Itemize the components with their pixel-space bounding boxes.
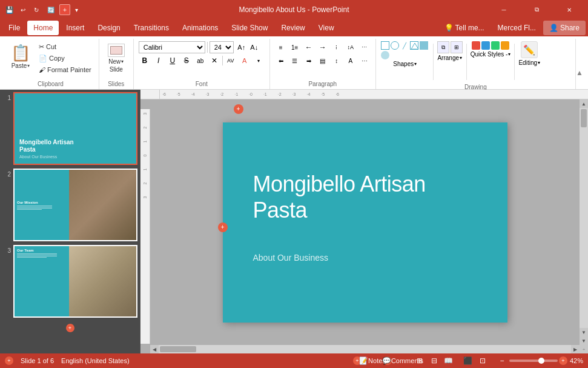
zoom-add-button[interactable]: + xyxy=(559,356,567,365)
menu-slide-show[interactable]: Slide Show xyxy=(225,21,274,35)
slide-preview-3[interactable]: Our Team xyxy=(13,245,137,318)
font-size-select[interactable]: 24 xyxy=(210,41,234,53)
align-left-button[interactable]: ⬅ xyxy=(275,55,287,67)
scroll-down-2-button[interactable]: ▼ xyxy=(580,336,588,345)
customize-quick-access-button[interactable]: + xyxy=(59,4,70,15)
menu-insert[interactable]: Insert xyxy=(60,21,90,35)
decrease-indent-button[interactable]: ← xyxy=(303,41,315,53)
slide-canvas[interactable]: + + Mongibello Artisan Pasta About Our B… xyxy=(223,122,507,323)
redo-button[interactable]: ↻ xyxy=(30,4,42,16)
minimize-button[interactable]: ─ xyxy=(490,1,518,18)
font-decrease-button[interactable]: A↓ xyxy=(248,41,260,53)
text-direction-button[interactable]: ↕A xyxy=(345,41,357,53)
slide-thumb-2[interactable]: 2 Our Mission xyxy=(2,169,137,241)
font-increase-button[interactable]: A↑ xyxy=(236,41,248,53)
slide-thumb-1[interactable]: 1 Mongibello ArtisanPasta About Our Busi… xyxy=(2,92,137,165)
quick-styles-button[interactable]: Quick Styles - ▾ xyxy=(471,51,511,58)
slide-preview-2[interactable]: Our Mission xyxy=(13,169,137,241)
scroll-left-button[interactable]: ◀ xyxy=(150,345,159,353)
add-slide-button[interactable]: + xyxy=(66,324,74,332)
slide-sorter-button[interactable]: ⊟ xyxy=(428,355,440,366)
normal-view-button[interactable]: ⊞ xyxy=(414,355,426,366)
slides-panel[interactable]: 1 Mongibello ArtisanPasta About Our Busi… xyxy=(0,90,140,353)
save-icon[interactable]: 💾 xyxy=(5,5,15,15)
scroll-down-1-button[interactable]: ▼ xyxy=(580,328,588,336)
slide-add-handle-left[interactable]: + xyxy=(218,222,228,232)
slide-preview-1[interactable]: Mongibello ArtisanPasta About Our Busine… xyxy=(13,92,137,165)
slide-add-handle-top[interactable]: + xyxy=(234,104,243,114)
shape-tri[interactable] xyxy=(410,41,418,50)
close-button[interactable]: ✕ xyxy=(555,1,583,18)
account-button[interactable]: Merced Fl... xyxy=(492,21,542,35)
justify-button[interactable]: ▤ xyxy=(317,55,329,67)
slide-canvas-wrapper[interactable]: + + Mongibello Artisan Pasta About Our B… xyxy=(150,99,580,345)
font-color-aa-button[interactable]: A xyxy=(239,55,251,67)
font-color-select-button[interactable]: ▾ xyxy=(253,55,265,67)
slide-subtitle[interactable]: About Our Business xyxy=(253,253,329,263)
shape-oval[interactable] xyxy=(391,41,399,50)
scroll-track-v[interactable] xyxy=(580,108,588,328)
shape-filled-oval[interactable] xyxy=(381,51,389,59)
editing-button[interactable]: Editing ▾ xyxy=(518,59,540,66)
notes-button[interactable]: 📝 Notes xyxy=(366,355,378,366)
zoom-thumb[interactable] xyxy=(538,358,544,364)
repeat-button[interactable]: 🔄 xyxy=(45,4,57,16)
char-spacing-button[interactable]: AV xyxy=(225,55,237,67)
italic-button[interactable]: I xyxy=(153,55,165,67)
undo-button[interactable]: ↩ xyxy=(17,4,29,16)
font-family-select[interactable]: Calibri xyxy=(139,41,205,53)
scroll-thumb-v[interactable] xyxy=(581,109,587,127)
shape-rect[interactable] xyxy=(381,41,389,50)
scroll-up-button[interactable]: ▲ xyxy=(580,99,588,108)
presenter-view-button[interactable]: ⬛ xyxy=(462,355,474,366)
horizontal-scrollbar[interactable]: ◀ ▶ xyxy=(150,345,580,353)
scroll-thumb-h[interactable] xyxy=(160,346,196,352)
status-add-button[interactable]: + xyxy=(5,356,13,365)
restore-button[interactable]: ⧉ xyxy=(523,1,550,18)
scroll-right-button[interactable]: ▶ xyxy=(571,345,580,353)
menu-file[interactable]: File xyxy=(2,21,26,35)
zoom-out-button[interactable]: − xyxy=(496,355,508,366)
fit-slide-button[interactable]: ⊡ xyxy=(477,355,489,366)
menu-review[interactable]: Review xyxy=(275,21,311,35)
shape-line[interactable]: ╱ xyxy=(400,41,409,50)
reading-view-button[interactable]: 📖 xyxy=(443,355,455,366)
new-slide-button[interactable]: New ▾ Slide xyxy=(104,41,128,75)
slide-main-title[interactable]: Mongibello Artisan Pasta xyxy=(253,171,426,223)
align-right-button[interactable]: ➡ xyxy=(303,55,315,67)
shape-filled-rect[interactable] xyxy=(420,41,428,50)
increase-indent-button[interactable]: → xyxy=(317,41,329,53)
menu-home[interactable]: Home xyxy=(27,21,59,35)
line-spacing-button[interactable]: ↕ xyxy=(331,55,343,67)
ribbon-expand-button[interactable]: ▲ xyxy=(576,69,583,77)
menu-transitions[interactable]: Transitions xyxy=(128,21,175,35)
paste-button[interactable]: 📋 Paste ▾ xyxy=(7,41,34,72)
menu-design[interactable]: Design xyxy=(91,21,126,35)
arrange-button[interactable]: Arrange ▾ xyxy=(437,55,462,61)
more-para-button[interactable]: ⋯ xyxy=(358,55,371,67)
bullet-list-button[interactable]: ≡ xyxy=(275,41,287,53)
vertical-scrollbar[interactable]: ▲ ▼ ▼ xyxy=(580,99,588,345)
columns-button[interactable]: ⫶ xyxy=(331,41,343,53)
tell-me-button[interactable]: 💡 Tell me... xyxy=(438,21,491,35)
format-painter-button[interactable]: 🖌 Format Painter xyxy=(36,64,94,75)
slide-thumb-3[interactable]: 3 Our Team xyxy=(2,245,137,318)
zoom-slider[interactable] xyxy=(509,360,558,362)
comments-button[interactable]: 💬 Comments xyxy=(397,355,409,366)
menu-view[interactable]: View xyxy=(312,21,340,35)
shapes-button[interactable]: Shapes ▾ xyxy=(393,61,417,67)
smartart-convert-button[interactable]: ⋯ xyxy=(358,41,371,53)
scroll-track-h[interactable] xyxy=(159,345,571,353)
clear-format-button[interactable]: ✕ xyxy=(208,55,220,67)
bold-button[interactable]: B xyxy=(139,55,151,67)
menu-animations[interactable]: Animations xyxy=(176,21,224,35)
cut-button[interactable]: ✂ Cut xyxy=(36,41,94,52)
copy-button[interactable]: 📄 Copy xyxy=(36,53,94,64)
shadow-button[interactable]: ab xyxy=(194,55,206,67)
text-shadow-btn[interactable]: A xyxy=(345,55,357,67)
share-button[interactable]: 👤 Share xyxy=(543,21,586,35)
align-center-button[interactable]: ☰ xyxy=(289,55,301,67)
numbered-list-button[interactable]: 1≡ xyxy=(289,41,301,53)
underline-button[interactable]: U xyxy=(167,55,179,67)
strikethrough-button[interactable]: S xyxy=(180,55,193,67)
